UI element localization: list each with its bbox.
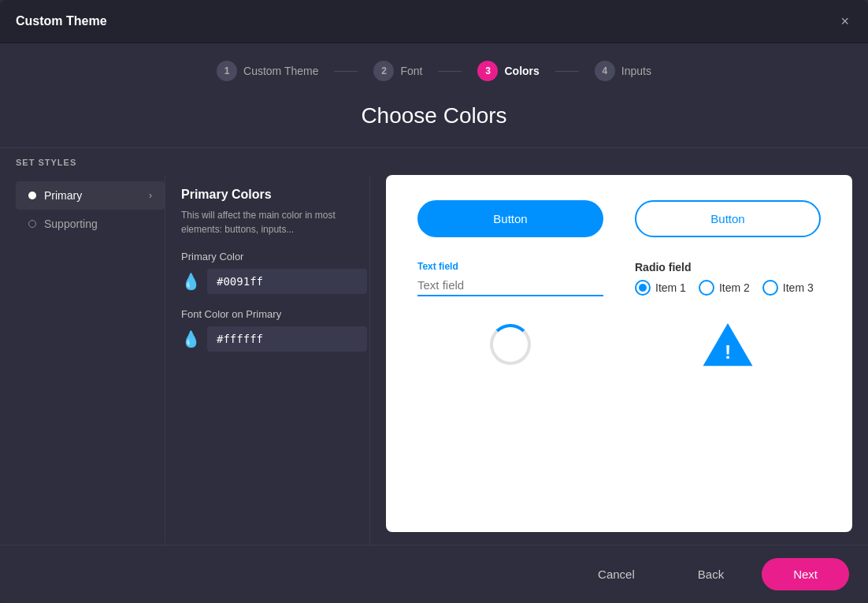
step-divider-3 bbox=[555, 71, 579, 72]
step-2-label: Font bbox=[400, 65, 422, 77]
font-color-icon: 💧 bbox=[181, 331, 201, 347]
preview-primary-button[interactable]: Button bbox=[417, 200, 603, 237]
step-divider-1 bbox=[334, 71, 358, 72]
step-4[interactable]: 4 Inputs bbox=[579, 61, 667, 81]
radio-option-label-2: Item 2 bbox=[719, 281, 750, 294]
step-1-circle: 1 bbox=[217, 61, 237, 81]
svg-text:!: ! bbox=[725, 341, 731, 363]
radio-item-3[interactable]: Item 3 bbox=[762, 280, 814, 296]
radio-circle-1 bbox=[635, 280, 651, 296]
stepper: 1 Custom Theme 2 Font 3 Colors 4 Inputs bbox=[0, 43, 868, 95]
font-color-field: 💧 bbox=[181, 326, 354, 352]
main-content: Primary › Supporting Primary Colors This… bbox=[0, 175, 868, 545]
radio-group: Radio field Item 1 Item 2 Item 3 bbox=[635, 261, 821, 296]
close-button[interactable]: × bbox=[837, 11, 852, 32]
modal-title: Custom Theme bbox=[16, 14, 107, 28]
primary-color-input[interactable] bbox=[207, 269, 367, 294]
step-2[interactable]: 2 Font bbox=[358, 61, 438, 81]
step-4-label: Inputs bbox=[621, 65, 651, 77]
modal-header: Custom Theme × bbox=[0, 0, 868, 43]
font-color-input[interactable] bbox=[207, 326, 367, 352]
sidebar-label-supporting: Supporting bbox=[44, 218, 98, 230]
spinner-icon bbox=[490, 324, 531, 365]
spinner-container bbox=[417, 320, 603, 369]
step-1[interactable]: 1 Custom Theme bbox=[201, 61, 334, 81]
text-field-label: Text field bbox=[417, 261, 603, 272]
step-3-circle: 3 bbox=[477, 61, 498, 81]
step-2-circle: 2 bbox=[373, 61, 394, 81]
text-field-group: Text field bbox=[417, 261, 603, 296]
warning-container: ! bbox=[635, 320, 821, 369]
chevron-right-icon: › bbox=[149, 190, 152, 201]
dot-primary bbox=[28, 192, 36, 199]
primary-color-label: Primary Color bbox=[181, 251, 354, 262]
radio-options: Item 1 Item 2 Item 3 bbox=[635, 280, 821, 296]
radio-item-2[interactable]: Item 2 bbox=[699, 280, 750, 296]
step-4-circle: 4 bbox=[595, 61, 615, 81]
panel-heading: Primary Colors bbox=[181, 188, 354, 202]
page-title: Choose Colors bbox=[0, 103, 868, 128]
middle-panel: Primary Colors This will affect the main… bbox=[165, 175, 370, 545]
step-1-label: Custom Theme bbox=[243, 65, 318, 77]
dot-supporting bbox=[28, 220, 36, 228]
set-styles-label: SET STYLES bbox=[0, 148, 868, 175]
step-3-label: Colors bbox=[504, 65, 539, 77]
modal: Custom Theme × 1 Custom Theme 2 Font 3 C… bbox=[0, 0, 868, 603]
sidebar-item-primary[interactable]: Primary › bbox=[16, 181, 165, 210]
warning-icon: ! bbox=[700, 320, 755, 369]
radio-circle-3 bbox=[762, 280, 778, 296]
step-3[interactable]: 3 Colors bbox=[462, 61, 555, 81]
panel-description: This will affect the main color in most … bbox=[181, 208, 354, 236]
cancel-button[interactable]: Cancel bbox=[573, 558, 660, 590]
radio-label: Radio field bbox=[635, 261, 821, 274]
radio-item-1[interactable]: Item 1 bbox=[635, 280, 686, 296]
sidebar-label-primary: Primary bbox=[44, 189, 82, 202]
primary-color-icon: 💧 bbox=[181, 274, 201, 289]
next-button[interactable]: Next bbox=[762, 558, 849, 590]
step-divider-2 bbox=[438, 71, 462, 72]
sidebar-item-supporting[interactable]: Supporting bbox=[16, 210, 165, 238]
preview-panel: Button Button Text field Radio field Ite… bbox=[386, 175, 852, 532]
sidebar: Primary › Supporting bbox=[16, 175, 165, 545]
preview-outline-button[interactable]: Button bbox=[635, 200, 821, 237]
font-color-label: Font Color on Primary bbox=[181, 308, 354, 320]
text-field-input[interactable] bbox=[417, 275, 603, 296]
page-title-area: Choose Colors bbox=[0, 95, 868, 147]
radio-option-label-3: Item 3 bbox=[783, 281, 814, 294]
primary-color-field: 💧 bbox=[181, 269, 354, 294]
radio-option-label-1: Item 1 bbox=[655, 281, 686, 294]
modal-footer: Cancel Back Next bbox=[0, 545, 868, 603]
back-button[interactable]: Back bbox=[673, 558, 749, 590]
content-area: SET STYLES Primary › Supporting bbox=[0, 148, 868, 545]
radio-circle-2 bbox=[699, 280, 714, 296]
